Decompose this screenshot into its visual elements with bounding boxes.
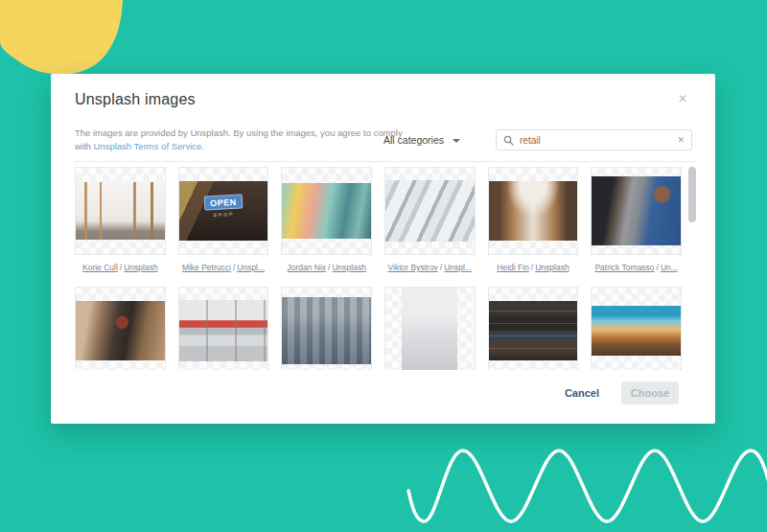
disclaimer-text: The images are provided by Unsplash. By … xyxy=(75,127,408,153)
image-cell: Heidi Fin/Unsplash xyxy=(488,167,579,274)
modal-title: Unsplash images xyxy=(75,91,196,108)
author-link[interactable]: Mike Petrucci xyxy=(182,263,231,272)
image-thumbnail[interactable] xyxy=(488,167,579,255)
image-attribution: Mike Petrucci/Unspl... xyxy=(178,263,269,274)
image-thumbnail[interactable]: OPENSHOP xyxy=(178,167,269,255)
image-thumbnail[interactable] xyxy=(75,287,166,370)
image-cell: Patrick Tomasso/Un... xyxy=(591,167,682,274)
author-link[interactable]: Heidi Fin xyxy=(497,263,529,272)
thumbnail-photo xyxy=(385,180,475,242)
modal-footer: Cancel Choose xyxy=(565,382,679,405)
thumbnail-photo xyxy=(76,301,165,360)
image-thumbnail[interactable] xyxy=(281,167,372,255)
image-cell xyxy=(75,287,166,370)
choose-button[interactable]: Choose xyxy=(621,382,679,405)
image-thumbnail[interactable] xyxy=(488,287,579,370)
image-attribution: Patrick Tomasso/Un... xyxy=(591,263,682,274)
header-divider xyxy=(75,161,696,162)
image-cell: Korie Cull/Unsplash xyxy=(75,167,166,274)
source-link[interactable]: Unsplash xyxy=(535,263,569,272)
categories-dropdown[interactable]: All categories xyxy=(384,134,460,146)
thumbnail-photo xyxy=(592,176,681,245)
source-link[interactable]: Unsplash xyxy=(332,263,365,272)
attribution-separator: / xyxy=(328,263,330,272)
author-link[interactable]: Viktor Bystrov xyxy=(388,263,438,272)
search-box: ✕ xyxy=(496,129,692,150)
scrollbar-thumb[interactable] xyxy=(688,167,696,222)
author-link[interactable]: Jordan Nix xyxy=(287,263,326,272)
image-cell xyxy=(488,287,579,370)
search-input[interactable] xyxy=(520,135,677,146)
image-cell xyxy=(281,287,372,370)
source-link[interactable]: Unsplash xyxy=(124,263,157,272)
unsplash-images-modal: ✕ Unsplash images The images are provide… xyxy=(51,74,715,424)
image-thumbnail[interactable] xyxy=(75,167,166,255)
clear-search-icon[interactable]: ✕ xyxy=(677,136,685,145)
thumbnail-photo: OPENSHOP xyxy=(179,181,268,241)
image-cell: Jordan Nix/Unsplash xyxy=(281,167,372,274)
chevron-down-icon xyxy=(453,139,460,143)
categories-dropdown-label: All categories xyxy=(384,134,444,146)
image-thumbnail[interactable] xyxy=(384,287,476,370)
image-cell: OPENSHOPMike Petrucci/Unspl... xyxy=(178,167,269,274)
yellow-blob-decoration xyxy=(0,0,134,81)
search-icon xyxy=(503,135,514,146)
thumbnail-photo xyxy=(489,181,578,241)
image-cell: Viktor Bystrov/Unspl... xyxy=(384,167,476,274)
image-thumbnail[interactable] xyxy=(591,167,682,255)
attribution-separator: / xyxy=(657,263,659,272)
terms-of-service-link[interactable]: Unsplash Terms of Service. xyxy=(94,141,204,151)
image-thumbnail[interactable] xyxy=(281,287,372,370)
image-thumbnail[interactable] xyxy=(178,287,269,370)
attribution-separator: / xyxy=(531,263,533,272)
close-icon[interactable]: ✕ xyxy=(678,93,687,104)
source-link[interactable]: Un... xyxy=(661,263,678,272)
grid-scrollbar xyxy=(688,167,696,370)
image-cell xyxy=(178,287,269,370)
source-link[interactable]: Unspl... xyxy=(237,263,265,272)
thumbnail-photo xyxy=(179,300,268,361)
desktop-background: { "decorations": { "background_color": "… xyxy=(0,0,767,532)
author-link[interactable]: Korie Cull xyxy=(82,263,118,272)
image-attribution: Heidi Fin/Unsplash xyxy=(488,263,579,274)
author-link[interactable]: Patrick Tomasso xyxy=(594,263,654,272)
attribution-separator: / xyxy=(233,263,235,272)
image-thumbnail[interactable] xyxy=(384,167,476,255)
thumbnail-photo xyxy=(282,183,371,239)
attribution-separator: / xyxy=(440,263,442,272)
image-cell xyxy=(384,287,476,370)
open-sign: OPENSHOP xyxy=(204,195,244,219)
image-attribution: Korie Cull/Unsplash xyxy=(75,263,166,274)
cancel-button[interactable]: Cancel xyxy=(565,387,599,399)
image-grid: Korie Cull/UnsplashOPENSHOPMike Petrucci… xyxy=(75,167,682,370)
image-cell xyxy=(591,287,682,370)
image-results-area: Korie Cull/UnsplashOPENSHOPMike Petrucci… xyxy=(75,167,696,370)
thumbnail-photo xyxy=(592,306,681,356)
thumbnail-photo xyxy=(489,301,578,360)
thumbnail-photo xyxy=(402,288,457,370)
thumbnail-photo xyxy=(282,297,371,364)
image-attribution: Viktor Bystrov/Unspl... xyxy=(384,263,476,274)
attribution-separator: / xyxy=(120,263,122,272)
image-attribution: Jordan Nix/Unsplash xyxy=(281,263,372,274)
thumbnail-photo xyxy=(76,182,165,240)
source-link[interactable]: Unspl... xyxy=(444,263,472,272)
image-thumbnail[interactable] xyxy=(591,287,682,370)
